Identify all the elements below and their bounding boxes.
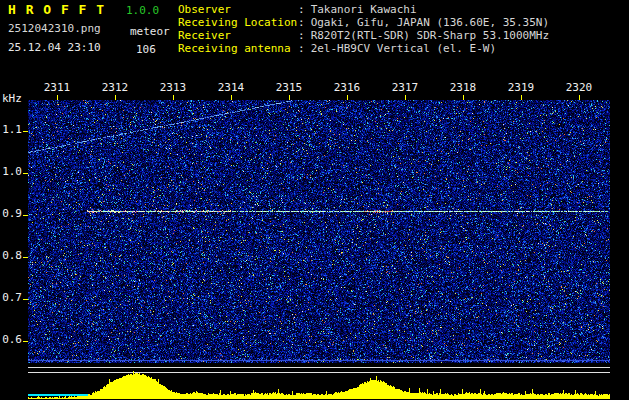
info-label-receiver: Receiver: [178, 30, 298, 43]
x-axis-tick-mark: [579, 95, 580, 100]
info-value-location: Ogaki, Gifu, JAPAN (136.60E, 35.35N): [311, 16, 549, 29]
x-axis-tick-mark: [521, 95, 522, 100]
x-axis-tick-label: 2313: [151, 82, 195, 95]
info-value-antenna: 2el-HB9CV Vertical (el. E-W): [311, 42, 496, 55]
y-axis-tick-mark: [23, 341, 28, 342]
info-label-observer: Observer: [178, 4, 298, 17]
y-axis-tick-mark: [23, 257, 28, 258]
x-axis-tick-label: 2317: [383, 82, 427, 95]
info-colon: :: [298, 29, 305, 42]
x-axis-tick-mark: [173, 95, 174, 100]
x-axis-tick-mark: [463, 95, 464, 100]
y-axis-tick-mark: [23, 131, 28, 132]
info-row-receiver: Receiver:R820T2(RTL-SDR) SDR-Sharp 53.10…: [178, 30, 549, 43]
y-axis-tick-mark: [23, 215, 28, 216]
x-axis-tick-label: 2315: [267, 82, 311, 95]
x-axis-tick-label: 2314: [209, 82, 253, 95]
y-axis-tick-label: 1.1: [0, 124, 22, 137]
y-axis-tick-mark: [23, 299, 28, 300]
info-value-observer: Takanori Kawachi: [311, 3, 417, 16]
x-axis-tick-label: 2312: [93, 82, 137, 95]
info-row-observer: Observer:Takanori Kawachi: [178, 4, 417, 17]
output-filename: 2512042310.png: [8, 23, 101, 36]
echo-count: 106: [136, 44, 156, 57]
info-colon: :: [298, 3, 305, 16]
spectrogram-canvas: [28, 100, 610, 363]
x-axis-tick-label: 2319: [499, 82, 543, 95]
hrofft-screen: H R O F F T 1.0.0 2512042310.png meteor …: [0, 0, 629, 400]
x-axis-tick-label: 2311: [35, 82, 79, 95]
datetime-label: 25.12.04 23:10: [8, 42, 101, 55]
y-axis-tick-label: 0.6: [0, 334, 22, 347]
x-axis-tick-mark: [231, 95, 232, 100]
y-axis-tick-label: 0.7: [0, 292, 22, 305]
info-colon: :: [298, 16, 305, 29]
mode-label: meteor: [130, 26, 170, 39]
x-axis-tick-mark: [405, 95, 406, 100]
app-title: H R O F F T: [8, 3, 105, 18]
x-axis-tick-mark: [289, 95, 290, 100]
x-axis-tick-mark: [115, 95, 116, 100]
app-version: 1.0.0: [126, 5, 159, 18]
info-value-receiver: R820T2(RTL-SDR) SDR-Sharp 53.1000MHz: [311, 29, 549, 42]
info-row-location: Receiving Location:Ogaki, Gifu, JAPAN (1…: [178, 17, 549, 30]
info-colon: :: [298, 42, 305, 55]
y-axis-unit-label: kHz: [2, 93, 22, 106]
y-axis-tick-label: 0.8: [0, 250, 22, 263]
info-row-antenna: Receiving antenna:2el-HB9CV Vertical (el…: [178, 43, 496, 56]
info-label-antenna: Receiving antenna: [178, 43, 298, 56]
x-axis-tick-label: 2318: [441, 82, 485, 95]
x-axis-tick-mark: [347, 95, 348, 100]
signal-level-canvas: [28, 363, 610, 400]
x-axis-tick-mark: [57, 95, 58, 100]
info-label-location: Receiving Location: [178, 17, 298, 30]
y-axis-tick-label: 1.0: [0, 166, 22, 179]
x-axis-tick-label: 2320: [557, 82, 601, 95]
y-axis-tick-label: 0.9: [0, 208, 22, 221]
y-axis-tick-mark: [23, 173, 28, 174]
x-axis-tick-label: 2316: [325, 82, 369, 95]
